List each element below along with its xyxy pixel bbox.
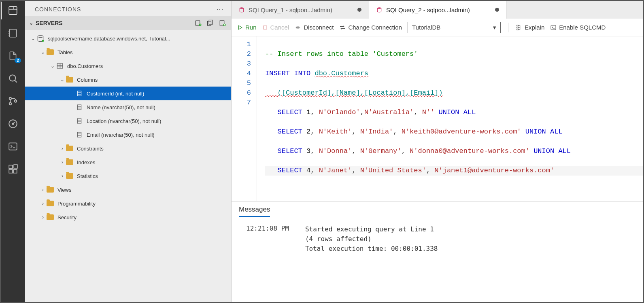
svg-point-50 — [377, 7, 381, 9]
svg-point-31 — [42, 40, 44, 42]
code-editor[interactable]: 1234567 -- Insert rows into table 'Custo… — [232, 36, 643, 201]
explorer-icon[interactable]: 2 — [7, 50, 19, 61]
new-connection-icon[interactable] — [194, 19, 203, 28]
extensions-icon[interactable] — [7, 163, 19, 175]
enable-sqlcmd-button[interactable]: Enable SQLCMD — [550, 24, 606, 31]
svg-rect-14 — [9, 143, 17, 150]
query-toolbar: Run Cancel Disconnect Change Connection … — [232, 19, 643, 36]
svg-rect-53 — [517, 25, 519, 26]
svg-rect-46 — [77, 132, 81, 137]
folder-icon — [66, 146, 73, 151]
tree-table-customers[interactable]: ⌄ dbo.Customers — [25, 59, 231, 73]
dashboard-icon[interactable] — [7, 118, 19, 129]
svg-rect-18 — [13, 170, 17, 173]
code-content[interactable]: -- Insert rows into table 'Customers' IN… — [257, 36, 643, 201]
column-icon — [75, 131, 83, 139]
tree-column-email[interactable]: Email (nvarchar(50), not null) — [25, 128, 231, 142]
svg-rect-17 — [9, 170, 13, 173]
svg-point-7 — [9, 75, 15, 81]
connections-icon[interactable] — [7, 5, 19, 16]
message-timestamp: 12:21:08 PM — [246, 225, 289, 254]
database-icon — [239, 7, 244, 13]
tree-security[interactable]: › Security — [25, 210, 231, 224]
svg-rect-0 — [9, 6, 17, 15]
tree-tables[interactable]: ⌄ Tables — [25, 45, 231, 59]
sidebar: CONNECTIONS ⋯ ⌄ SERVERS ⌄ sqlpoolservern… — [25, 1, 232, 302]
svg-rect-52 — [263, 25, 266, 29]
search-icon[interactable] — [7, 73, 19, 84]
terminal-icon[interactable] — [7, 141, 19, 152]
tab-sqlquery2[interactable]: SQLQuery_2 - sqlpoo...ladmin) — [369, 1, 507, 19]
tree-column-location[interactable]: Location (nvarchar(50), not null) — [25, 114, 231, 128]
folder-icon — [47, 201, 54, 206]
svg-rect-32 — [57, 64, 63, 68]
editor-tabs: SQLQuery_1 - sqlpoo...ladmin) SQLQuery_2… — [232, 1, 643, 19]
disconnect-button[interactable]: Disconnect — [295, 24, 334, 31]
more-icon[interactable]: ⋯ — [216, 5, 224, 14]
tree-indexes[interactable]: › Indexes — [25, 155, 231, 169]
server-icon — [36, 34, 45, 42]
svg-rect-40 — [77, 105, 81, 110]
svg-point-11 — [15, 100, 17, 102]
folder-icon — [66, 77, 73, 83]
svg-rect-3 — [9, 29, 16, 37]
tree-constraints[interactable]: › Constraints — [25, 142, 231, 155]
svg-line-8 — [15, 80, 17, 82]
svg-rect-56 — [551, 25, 556, 30]
tree-columns[interactable]: ⌄ Columns — [25, 73, 231, 87]
tree-server-label: sqlpoolservername.database.windows.net, … — [48, 36, 170, 42]
svg-rect-54 — [517, 27, 519, 28]
svg-marker-51 — [239, 25, 242, 29]
svg-rect-19 — [14, 165, 17, 168]
tree-column-name[interactable]: Name (nvarchar(50), not null) — [25, 100, 231, 114]
svg-rect-24 — [208, 21, 211, 26]
source-control-icon[interactable] — [7, 95, 19, 107]
messages-panel: Messages 12:21:08 PM Started executing q… — [232, 201, 643, 302]
run-button[interactable]: Run — [237, 24, 257, 31]
svg-point-10 — [9, 103, 11, 105]
svg-rect-43 — [77, 119, 81, 123]
folder-icon — [66, 173, 73, 179]
tab-sqlquery1[interactable]: SQLQuery_1 - sqlpoo...ladmin) — [232, 1, 369, 19]
tree-statistics[interactable]: › Statistics — [25, 169, 231, 183]
editor-area: SQLQuery_1 - sqlpoo...ladmin) SQLQuery_2… — [232, 1, 643, 302]
folder-icon — [47, 49, 54, 55]
divider — [508, 23, 508, 32]
folder-icon — [47, 214, 54, 220]
dirty-indicator-icon — [357, 8, 361, 12]
tree-programmability[interactable]: › Programmability — [25, 197, 231, 210]
svg-point-30 — [38, 36, 43, 38]
column-icon — [75, 89, 83, 97]
tree-server[interactable]: ⌄ sqlpoolservername.database.windows.net… — [25, 32, 231, 45]
explorer-badge: 2 — [15, 58, 21, 63]
tree-views[interactable]: › Views — [25, 183, 231, 197]
folder-icon — [66, 159, 73, 165]
change-connection-button[interactable]: Change Connection — [339, 24, 402, 31]
dirty-indicator-icon — [495, 8, 499, 12]
chevron-down-icon: ▾ — [493, 24, 496, 31]
line-gutter: 1234567 — [232, 36, 257, 201]
tree-column-customerid[interactable]: CustomerId (int, not null) — [25, 87, 231, 100]
svg-rect-25 — [209, 20, 213, 25]
messages-tab[interactable]: Messages — [232, 201, 643, 217]
cancel-button[interactable]: Cancel — [262, 24, 289, 31]
object-explorer-tree: ⌄ sqlpoolservername.database.windows.net… — [25, 30, 231, 302]
notebook-icon[interactable] — [7, 28, 19, 39]
servers-label: SERVERS — [36, 20, 63, 26]
new-query-icon[interactable] — [218, 19, 227, 28]
svg-rect-16 — [9, 165, 13, 169]
activity-bar: 2 — [1, 1, 25, 302]
svg-point-13 — [12, 123, 13, 124]
svg-rect-55 — [517, 29, 519, 30]
column-icon — [75, 117, 83, 125]
sidebar-title: CONNECTIONS — [35, 6, 81, 13]
svg-point-49 — [240, 7, 243, 9]
chevron-down-icon: ⌄ — [29, 20, 33, 26]
new-group-icon[interactable] — [206, 19, 215, 28]
database-select[interactable]: TutorialDB ▾ — [408, 22, 501, 33]
svg-rect-37 — [77, 91, 81, 96]
explain-button[interactable]: Explain — [516, 24, 544, 31]
svg-point-9 — [9, 97, 11, 100]
servers-header[interactable]: ⌄ SERVERS — [25, 16, 231, 30]
message-text: Started executing query at Line 1 (4 row… — [305, 225, 438, 254]
